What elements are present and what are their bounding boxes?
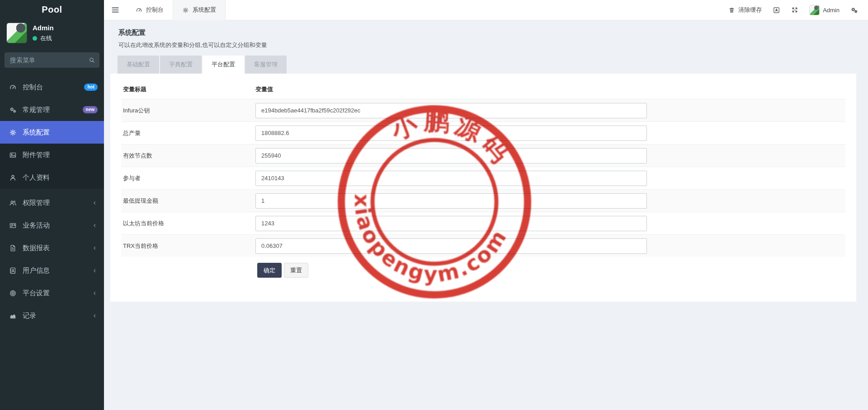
username-label: Admin: [823, 7, 840, 14]
area-chart-icon: [9, 312, 17, 320]
tab-basic-config[interactable]: 基础配置: [118, 56, 159, 74]
sidebar-item-label: 个人资料: [23, 173, 50, 182]
app-logo: Pool: [0, 0, 104, 19]
sidebar-item-label: 平台设置: [23, 289, 50, 298]
sidebar-item-label: 附件管理: [23, 151, 50, 159]
sidebar-item-label: 权限管理: [23, 199, 50, 207]
tab-customer-service[interactable]: 客服管理: [245, 56, 287, 74]
submit-button[interactable]: 确定: [257, 263, 282, 278]
sidebar-item-label: 数据报表: [23, 244, 50, 252]
users-icon: [9, 199, 17, 207]
fullscreen-button[interactable]: [791, 6, 798, 14]
sidebar: Pool Admin 在线 控制台 hot 常规管理: [0, 0, 104, 410]
sidebar-item-label: 控制台: [23, 83, 43, 92]
image-icon: [9, 151, 17, 159]
sidebar-toggle-button[interactable]: [104, 0, 127, 20]
sidebar-item-attachments[interactable]: 附件管理: [0, 144, 104, 166]
table-row: 总产量: [121, 121, 845, 144]
sidebar-item-label: 记录: [23, 312, 36, 320]
sidebar-item-business[interactable]: 业务活动: [0, 214, 104, 237]
main-area: 控制台 系统配置 清除缓存 Admin: [104, 0, 868, 410]
user-name: Admin: [33, 24, 54, 32]
user-icon: [9, 174, 17, 182]
clear-cache-button[interactable]: 清除缓存: [728, 6, 762, 14]
cogs-icon: [850, 6, 858, 14]
chevron-left-icon: [92, 223, 98, 228]
chevron-left-icon: [92, 268, 98, 274]
sidebar-item-permissions[interactable]: 权限管理: [0, 191, 104, 214]
hamburger-icon: [111, 5, 120, 14]
avatar: [6, 23, 27, 43]
sidebar-item-label: 系统配置: [23, 128, 50, 137]
form-actions: 确定 重置: [257, 263, 845, 278]
sidebar-item-user-info[interactable]: 用户信息: [0, 259, 104, 282]
clear-cache-label: 清除缓存: [738, 6, 762, 14]
chevron-left-icon: [92, 290, 98, 296]
sidebar-item-dashboard[interactable]: 控制台 hot: [0, 76, 104, 98]
field-label: 以太坊当前价格: [121, 219, 255, 228]
sidebar-item-label: 常规管理: [23, 106, 50, 114]
file-text-icon: [9, 244, 17, 252]
topbar-tab-label: 系统配置: [193, 6, 216, 14]
avatar: [809, 5, 820, 15]
topbar: 控制台 系统配置 清除缓存 Admin: [104, 0, 868, 20]
config-tabs: 基础配置 字典配置 平台配置 客服管理: [118, 56, 856, 74]
dashboard-icon: [136, 7, 142, 14]
field-label: 有效节点数: [121, 152, 255, 160]
total-output-input[interactable]: [255, 126, 647, 141]
field-label: 最低提现金额: [121, 197, 255, 205]
topbar-tab-dashboard[interactable]: 控制台: [127, 0, 173, 20]
cog-icon: [182, 7, 189, 14]
dashboard-icon: [9, 84, 17, 91]
hot-badge: hot: [84, 84, 98, 91]
reset-button[interactable]: 重置: [284, 263, 308, 278]
infura-key-input[interactable]: [255, 103, 647, 118]
table-row: 最低提现金额: [121, 189, 845, 212]
search-input[interactable]: [5, 52, 99, 68]
sidebar-item-records[interactable]: 记录: [0, 304, 104, 327]
chevron-left-icon: [92, 313, 98, 319]
sidebar-item-label: 用户信息: [23, 266, 50, 275]
participants-input[interactable]: [255, 171, 647, 186]
table-row: Infura公钥: [121, 99, 845, 121]
address-book-icon: [9, 267, 17, 275]
sidebar-submenu: 系统配置 附件管理 个人资料: [0, 121, 104, 189]
table-header: 变量标题 变量值: [121, 80, 845, 99]
field-label: TRX当前价格: [121, 242, 255, 250]
new-badge: new: [83, 106, 98, 113]
page-header: 系统配置 可以在此增改系统的变量和分组,也可以自定义分组和变量: [110, 20, 856, 56]
chevron-left-icon: [92, 200, 98, 206]
sidebar-item-profile[interactable]: 个人资料: [0, 166, 104, 189]
page-subtitle: 可以在此增改系统的变量和分组,也可以自定义分组和变量: [118, 41, 854, 49]
user-menu[interactable]: Admin: [809, 5, 840, 15]
search-icon: [88, 56, 95, 64]
eth-price-input[interactable]: [255, 216, 647, 231]
sidebar-item-system-config[interactable]: 系统配置: [0, 121, 104, 144]
language-button[interactable]: [773, 6, 780, 14]
sidebar-menu: 控制台 hot 常规管理 new 系统配置 附件管理 个人资料: [0, 76, 104, 327]
min-withdrawal-input[interactable]: [255, 193, 647, 209]
settings-button[interactable]: [850, 6, 858, 14]
column-header-label: 变量标题: [121, 85, 255, 93]
user-status: 在线: [33, 34, 54, 42]
config-panel: 变量标题 变量值 Infura公钥 总产量 有效节点数 参与者: [110, 74, 856, 302]
sidebar-item-reports[interactable]: 数据报表: [0, 237, 104, 259]
valid-nodes-input[interactable]: [255, 148, 647, 163]
fullscreen-icon: [791, 6, 798, 14]
topbar-tab-system-config[interactable]: 系统配置: [173, 0, 226, 20]
online-status-dot: [33, 36, 37, 41]
content-area: 系统配置 可以在此增改系统的变量和分组,也可以自定义分组和变量 基础配置 字典配…: [104, 20, 868, 410]
sidebar-item-general[interactable]: 常规管理 new: [0, 98, 104, 121]
bullseye-icon: [9, 289, 17, 297]
sidebar-item-label: 业务活动: [23, 221, 50, 230]
cogs-icon: [9, 106, 17, 114]
sidebar-item-platform-settings[interactable]: 平台设置: [0, 282, 104, 304]
user-panel: Admin 在线: [0, 19, 104, 48]
page-title: 系统配置: [118, 28, 854, 37]
trash-icon: [728, 7, 735, 14]
trx-price-input[interactable]: [255, 238, 647, 254]
tab-dictionary-config[interactable]: 字典配置: [160, 56, 202, 74]
topbar-tab-label: 控制台: [146, 6, 164, 14]
topbar-actions: 清除缓存 Admin: [728, 5, 868, 15]
tab-platform-config[interactable]: 平台配置: [203, 56, 244, 74]
